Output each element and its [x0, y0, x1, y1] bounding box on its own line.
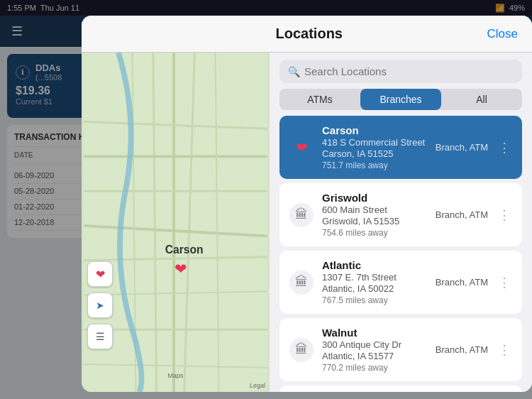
modal-title: Locations — [131, 26, 487, 42]
location-item-carson[interactable]: ❤ Carson 418 S Commercial Street Carson,… — [279, 116, 522, 179]
location-name-carson: Carson — [322, 124, 427, 136]
location-icon-walnut: 🏛 — [289, 338, 314, 362]
location-distance-atlantic: 767.5 miles away — [322, 295, 427, 305]
svg-text:❤: ❤ — [174, 261, 187, 278]
location-info-carson: Carson 418 S Commercial Street Carson, I… — [322, 124, 427, 170]
search-bar: 🔍 — [279, 60, 522, 83]
location-icon-atlantic: 🏛 — [289, 270, 314, 295]
location-address-griswold: 600 Main Street — [322, 204, 427, 215]
bank-pin-icon-griswold: 🏛 — [295, 207, 308, 222]
tab-branches[interactable]: Branches — [360, 89, 441, 110]
location-item-atlantic[interactable]: 🏛 Atlantic 1307 E. 7th Street Atlantic, … — [279, 251, 522, 314]
location-type-walnut: Branch, ATM — [436, 344, 488, 355]
location-type-atlantic: Branch, ATM — [436, 277, 488, 288]
legal-label: Legal — [250, 382, 265, 389]
tab-all[interactable]: All — [441, 89, 522, 110]
search-input[interactable] — [304, 65, 514, 77]
search-bar-wrap: 🔍 — [270, 53, 532, 89]
location-name-walnut: Walnut — [322, 327, 427, 339]
maps-label: Maps — [167, 372, 183, 379]
map-controls: ❤ ➤ ☰ — [87, 261, 113, 349]
modal-header: Locations Close — [82, 16, 532, 53]
location-icon-carson: ❤ — [289, 136, 314, 160]
search-icon: 🔍 — [288, 66, 300, 77]
location-icon-griswold: 🏛 — [289, 203, 314, 227]
list-panel: 🔍 ATMs Branches All ❤ Carson — [270, 53, 532, 392]
location-info-walnut: Walnut 300 Antique City Dr Atlantic, IA … — [322, 327, 427, 373]
bank-pin-icon-atlantic: 🏛 — [295, 275, 308, 290]
favorite-button[interactable]: ❤ — [87, 261, 113, 287]
location-type-griswold: Branch, ATM — [436, 209, 488, 220]
heart-icon: ❤ — [96, 268, 105, 281]
heart-pin-icon: ❤ — [296, 139, 308, 156]
location-info-griswold: Griswold 600 Main Street Griswold, IA 51… — [322, 192, 427, 238]
map-panel: Carson ❤ ❤ ➤ ☰ Maps Legal — [82, 53, 270, 392]
location-button[interactable]: ➤ — [87, 293, 113, 318]
location-name-atlantic: Atlantic — [322, 259, 427, 271]
location-distance-griswold: 754.6 miles away — [322, 228, 427, 238]
location-citystate-carson: Carson, IA 51525 — [322, 148, 427, 159]
svg-text:Carson: Carson — [165, 244, 204, 256]
more-menu-carson[interactable]: ⋮ — [497, 140, 512, 155]
locations-modal: Locations Close — [82, 16, 532, 392]
more-menu-atlantic[interactable]: ⋮ — [497, 275, 512, 290]
location-item-walnut[interactable]: 🏛 Walnut 300 Antique City Dr Atlantic, I… — [279, 318, 522, 381]
bank-pin-icon-walnut: 🏛 — [295, 342, 308, 357]
filter-tabs: ATMs Branches All — [279, 89, 522, 110]
target-icon: ➤ — [96, 300, 104, 311]
close-button[interactable]: Close — [487, 27, 518, 41]
list-button[interactable]: ☰ — [87, 324, 113, 349]
location-type-carson: Branch, ATM — [436, 142, 488, 153]
location-name-griswold: Griswold — [322, 192, 427, 204]
more-menu-griswold[interactable]: ⋮ — [497, 207, 512, 223]
more-menu-walnut[interactable]: ⋮ — [497, 342, 512, 358]
modal-body: Carson ❤ ❤ ➤ ☰ Maps Legal — [82, 53, 532, 392]
location-info-atlantic: Atlantic 1307 E. 7th Street Atlantic, IA… — [322, 259, 427, 305]
location-citystate-griswold: Griswold, IA 51535 — [322, 216, 427, 226]
list-icon: ☰ — [96, 331, 105, 342]
location-address-carson: 418 S Commercial Street — [322, 137, 427, 148]
location-item-griswold[interactable]: 🏛 Griswold 600 Main Street Griswold, IA … — [279, 183, 522, 246]
location-item-anita[interactable]: 🏛 Anita 701 Main Street Anita, IA 50020 … — [279, 386, 522, 392]
location-address-walnut: 300 Antique City Dr — [322, 339, 427, 350]
locations-list: ❤ Carson 418 S Commercial Street Carson,… — [270, 116, 532, 392]
location-distance-carson: 751.7 miles away — [322, 160, 427, 170]
tab-atms[interactable]: ATMs — [279, 89, 360, 110]
location-citystate-atlantic: Atlantic, IA 50022 — [322, 283, 427, 294]
location-citystate-walnut: Atlantic, IA 51577 — [322, 351, 427, 361]
location-distance-walnut: 770.2 miles away — [322, 363, 427, 373]
location-address-atlantic: 1307 E. 7th Street — [322, 272, 427, 283]
